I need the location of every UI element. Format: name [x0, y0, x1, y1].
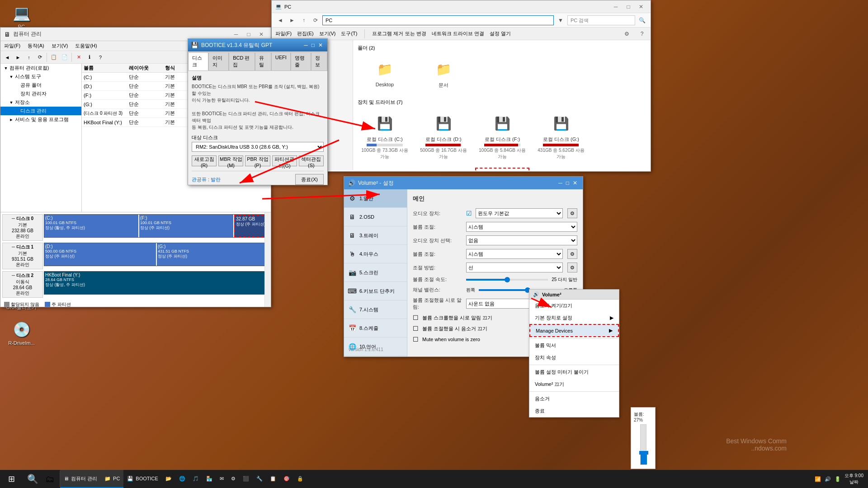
- disk1-part-g[interactable]: (G:) 431.51 GB NTFS 정상 (주 파티션): [157, 243, 269, 266]
- vol-maximize[interactable]: □: [564, 180, 571, 186]
- taskbar-item-misc1[interactable]: 🔧: [253, 470, 266, 488]
- bootice-mbr[interactable]: MBR 작업(M): [218, 155, 243, 166]
- tree-item-sharedfolder[interactable]: 공유 폴더: [0, 81, 81, 89]
- tb-export[interactable]: 📄: [60, 52, 70, 62]
- vol-check-audio[interactable]: ☑: [466, 210, 472, 217]
- fe-addr-go[interactable]: ▼: [556, 15, 566, 25]
- tree-item-compmgmt[interactable]: ▼컴퓨터 관리(로컬): [0, 64, 81, 72]
- fe-ribbon-edit[interactable]: 편집(E): [297, 30, 314, 37]
- fe-up[interactable]: ↑: [299, 15, 309, 25]
- bootice-disk-select[interactable]: RM2: SanDiskUltra USB 3.0 (28.6 GB, Y:): [192, 142, 324, 152]
- bootice-pbr[interactable]: PBR 작업(P): [245, 155, 270, 166]
- vol-menu-device-prop[interactable]: 장치 속성: [529, 352, 619, 364]
- taskbar-item-media[interactable]: 🎵: [189, 470, 203, 488]
- taskbar-item-misc4[interactable]: 🔒: [293, 470, 307, 488]
- fe-search-input[interactable]: [567, 15, 635, 25]
- tb-show-hide[interactable]: 📋: [49, 52, 59, 62]
- vol-mute-zero-check[interactable]: ☐: [413, 336, 419, 343]
- fe-refresh[interactable]: ⟳: [311, 15, 321, 25]
- fe-ribbon-tools[interactable]: 도구(T): [341, 30, 357, 37]
- vol-method-select[interactable]: 선: [466, 263, 563, 272]
- disk0-part-3[interactable]: 32.87 GB 정상 (주 파티션): [234, 215, 269, 237]
- bootice-tab-bcd[interactable]: BCD 편집: [229, 52, 255, 70]
- fe-ribbon-view[interactable]: 보기(V): [319, 30, 336, 37]
- tb-refresh[interactable]: ⟳: [35, 52, 45, 62]
- fe-item-desktop[interactable]: 📁 Desktop: [358, 55, 412, 92]
- taskbar-item-store[interactable]: 🏪: [203, 470, 216, 488]
- vol-close[interactable]: ✕: [571, 180, 579, 186]
- fe-view-toggle[interactable]: ⚙: [622, 29, 632, 39]
- bootice-sector[interactable]: 섹터관집(S): [299, 155, 324, 166]
- fe-item-c[interactable]: 💾 로컬 디스크 (C:) 100GB 중 73.3GB 사용 가능: [358, 109, 412, 163]
- tray-time[interactable]: 오후 9:00 날짜: [844, 473, 863, 485]
- taskbar-item-ie[interactable]: 🌐: [175, 470, 189, 488]
- disk0-part-c[interactable]: (C:) 100.01 GB NTFS 정상 (활성, 주 파티션): [44, 215, 138, 237]
- tree-item-devicemgr[interactable]: 장치 관리자: [0, 89, 81, 98]
- bootice-tab-disk[interactable]: 디스크: [188, 52, 208, 70]
- start-button[interactable]: ⊞: [0, 470, 23, 488]
- vol-sidebar-screen[interactable]: 📷 5.스크린: [344, 263, 407, 282]
- vol-minimize[interactable]: ─: [557, 180, 564, 186]
- vol-sidebar-general[interactable]: ⚙ 1.일반: [344, 189, 407, 208]
- vol-mini-slider[interactable]: [640, 424, 646, 465]
- bootice-maximize[interactable]: □: [310, 42, 316, 48]
- fe-item-y[interactable]: 🖴 HKBoot (Y:) 28.6GB 중 3.91GB 사용 가능: [416, 168, 471, 170]
- disk0-part-f[interactable]: (F:) 100.01 GB NTFS 정상 (주 파티션): [139, 215, 233, 237]
- vol-menu-quit[interactable]: Volume² 끄기: [529, 378, 619, 390]
- menu-file[interactable]: 파일(F): [0, 42, 24, 49]
- taskbar-task-view[interactable]: 🗂: [42, 471, 58, 487]
- taskbar-item-mail[interactable]: ✉: [216, 470, 227, 488]
- vol-speed-slider[interactable]: [466, 279, 548, 281]
- taskbar-item-cmd[interactable]: ⬛: [239, 470, 253, 488]
- fe-item-documents[interactable]: 📁 문서: [416, 55, 471, 92]
- tree-item-diskmgmt[interactable]: 디스크 관리: [0, 107, 81, 115]
- bootice-partition[interactable]: 파티션관리(G): [272, 155, 297, 166]
- vol-sidebar-osd[interactable]: 🖥 2.OSD: [344, 208, 407, 226]
- vol-sidebar-keyboard[interactable]: ⌨ 6.키보드 단추키: [344, 282, 407, 300]
- vol-menu-meter[interactable]: 볼륨 설정 미터기 불이기: [529, 366, 619, 378]
- tb-forward[interactable]: ►: [13, 52, 23, 62]
- vol-mini-thumb[interactable]: [639, 451, 648, 455]
- vol-menu-default-device[interactable]: 기본 장치로 설정 ▶: [529, 312, 619, 324]
- fe-item-d[interactable]: 💾 로컬 디스크 (D:) 500GB 중 16.7GB 사용 가능: [416, 109, 471, 163]
- menu-help[interactable]: 도움말(H): [71, 42, 100, 49]
- tray-network[interactable]: 📶: [815, 476, 821, 482]
- vol-menu-mixer[interactable]: 볼륨 믹서: [529, 339, 619, 352]
- taskbar-item-explorer[interactable]: 📂: [162, 470, 175, 488]
- fe-back[interactable]: ◄: [275, 15, 285, 25]
- fe-item-z[interactable]: 💾 로컬 디스크 (Z:) 32.8GB 중 3.77GB 사용 가능: [475, 168, 529, 170]
- vol-audio-settings-btn[interactable]: ⚙: [567, 208, 577, 218]
- fe-item-f[interactable]: 💾 로컬 디스크 (F:) 100GB 중 5.84GB 사용 가능: [475, 109, 529, 163]
- disk2-part-y[interactable]: HKBoot Final (Y:) 28.64 GB NTFS 정상 (활성, …: [44, 272, 269, 294]
- vol-sidebar-tray[interactable]: 🖥 3.트레이: [344, 226, 407, 245]
- bootice-close-x[interactable]: ✕: [316, 42, 325, 48]
- desktop-icon-rdrive[interactable]: 💿 R-DriveIm...: [5, 321, 38, 346]
- desktop-icon-pc[interactable]: 💻 PC: [5, 5, 38, 29]
- vol-sidebar-system[interactable]: 🔧 7.시스템: [344, 300, 407, 319]
- disk1-part-d[interactable]: (D:) 500.00 GB NTFS 정상 (주 파티션): [44, 243, 156, 266]
- fe-network-drive[interactable]: 네트워크 드라이브 연결: [432, 30, 484, 37]
- vol-method-settings-btn[interactable]: ⚙: [567, 263, 577, 272]
- vol-sidebar-about[interactable]: ℹ 0.프로그램 정보: [344, 356, 407, 357]
- bootice-refresh[interactable]: 새로고침(R): [192, 155, 217, 166]
- vol-device-sel[interactable]: 없음: [466, 235, 577, 245]
- vol-menu-manage-devices[interactable]: Manage Devices ▶: [529, 324, 619, 337]
- tree-item-services[interactable]: ►서비스 및 응용 프로그램: [0, 115, 81, 124]
- bootice-minimize[interactable]: ─: [302, 42, 310, 48]
- bootice-link[interactable]: 관공퓨 : 발란: [192, 176, 221, 183]
- vol-sidebar-mouse[interactable]: 🖱 4.마우스: [344, 245, 407, 263]
- vol-audio-device-select[interactable]: 윈도우 기본값: [476, 208, 563, 218]
- fe-help[interactable]: ?: [637, 29, 647, 39]
- vol-control-sel2[interactable]: 시스템: [466, 249, 563, 259]
- bootice-tab-image[interactable]: 이미지: [208, 52, 229, 70]
- vol-sidebar-scheduler[interactable]: 📅 8.스케줄: [344, 319, 407, 338]
- tree-item-storage[interactable]: ▼저장소: [0, 98, 81, 107]
- taskbar-item-bootice[interactable]: 💾BOOTICE: [123, 470, 162, 488]
- fe-close[interactable]: ✕: [635, 1, 647, 13]
- tray-volume[interactable]: 🔊: [825, 476, 831, 482]
- fe-item-g[interactable]: 💾 로컬 디스크 (G:) 431GB 중 5.62GB 사용 가능: [534, 109, 588, 163]
- bootice-tab-util[interactable]: 유틸: [255, 52, 271, 70]
- tb-up[interactable]: ↑: [24, 52, 34, 62]
- taskbar-item-compmgmt[interactable]: 🖥컴퓨터 관리: [60, 470, 101, 488]
- vol-control-select[interactable]: 시스템: [466, 222, 577, 232]
